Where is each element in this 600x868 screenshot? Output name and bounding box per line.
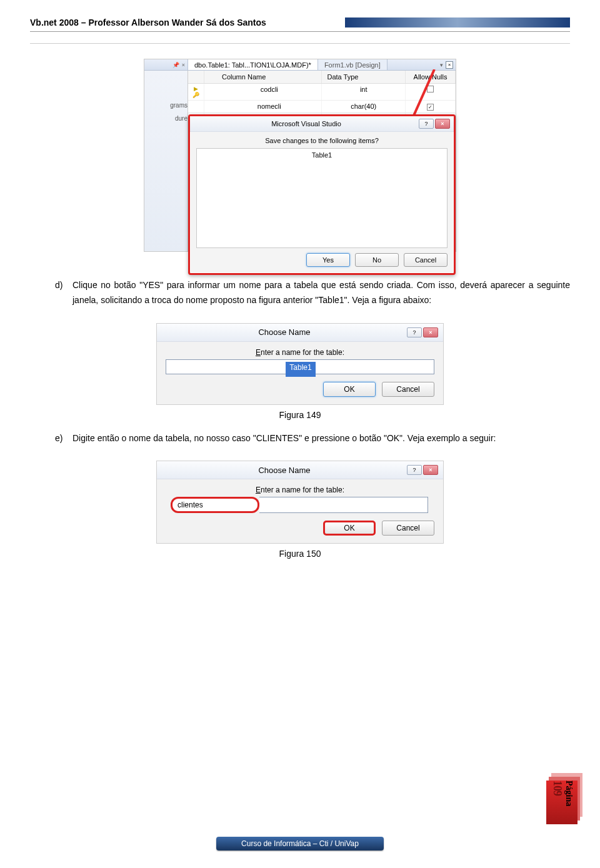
dialog-item-list[interactable]: Table1 (196, 148, 448, 248)
paragraph-d: Clique no botão "YES" para informar um n… (72, 278, 570, 308)
pin-icon[interactable]: 📌 (172, 62, 179, 68)
close-icon[interactable]: × (435, 119, 450, 129)
cancel-button[interactable]: Cancel (404, 253, 448, 267)
table-name-input-highlight[interactable] (171, 497, 259, 513)
header-stripe (345, 17, 570, 27)
footer-text: Curso de Informática – Cti / UniVap (216, 837, 384, 851)
dialog-title: Choose Name (162, 466, 407, 475)
left-item-2: dure (147, 115, 188, 122)
figure-caption-150: Figura 150 (30, 549, 570, 559)
page-label: Página (564, 781, 574, 806)
name-label: Enter a name for the table: (166, 348, 434, 357)
cancel-button[interactable]: Cancel (382, 382, 434, 397)
left-toolbox: grams dure (144, 71, 188, 251)
cell-name[interactable]: nomecli (204, 101, 322, 112)
vs-screenshot: 📌 × dbo.Table1: Tabl...TION1\LOJA.MDF)* … (144, 59, 456, 252)
dialog-title: Choose Name (162, 327, 407, 337)
close-icon[interactable]: × (423, 327, 438, 337)
help-icon[interactable]: ? (419, 119, 434, 129)
cancel-button[interactable]: Cancel (382, 521, 434, 536)
ok-button[interactable]: OK (323, 382, 376, 397)
table-name-input[interactable] (178, 499, 252, 511)
left-item-1: grams (147, 102, 188, 109)
header-rule (30, 31, 570, 32)
tab-table-designer[interactable]: dbo.Table1: Tabl...TION1\LOJA.MDF)* (188, 59, 318, 70)
choose-name-dialog-2: Choose Name ? × Enter a name for the tab… (156, 461, 444, 544)
list-marker-e: e) (55, 431, 72, 446)
help-icon[interactable]: ? (407, 465, 422, 475)
figure-caption-149: Figura 149 (30, 410, 570, 420)
list-item[interactable]: Table1 (201, 151, 443, 159)
col-header-name: Column Name (204, 71, 322, 83)
close-icon[interactable]: × (423, 465, 438, 475)
primary-key-icon: ▶🔑 (192, 86, 199, 98)
dialog-title: Microsoft Visual Studio (194, 120, 419, 127)
yes-button[interactable]: Yes (306, 253, 350, 267)
dialog-prompt: Save changes to the following items? (190, 132, 454, 147)
page-number-badge: Página 109 (546, 781, 578, 824)
choose-name-dialog-1: Choose Name ? × Enter a name for the tab… (156, 323, 444, 405)
ok-button[interactable]: OK (323, 521, 376, 536)
page-header: Vb.net 2008 – Professor Alberson Wander … (0, 0, 600, 44)
no-button[interactable]: No (355, 253, 399, 267)
name-label: Enter a name for the table: (166, 486, 434, 494)
list-marker-d: d) (55, 278, 72, 308)
save-changes-dialog: Microsoft Visual Studio ? × Save changes… (188, 114, 456, 275)
header-title: Vb.net 2008 – Professor Alberson Wander … (30, 17, 340, 27)
tab-form-design[interactable]: Form1.vb [Design] (318, 59, 388, 70)
tabs-dropdown-icon[interactable]: ▾ (440, 62, 443, 68)
help-icon[interactable]: ? (407, 327, 422, 337)
paragraph-e: Digite então o nome da tabela, no nosso … (72, 431, 570, 446)
page-number: 109 (551, 781, 564, 796)
cell-name[interactable]: codcli (204, 84, 322, 100)
tabs-close-icon[interactable]: × (446, 61, 453, 69)
table-name-input[interactable]: Table1 (166, 359, 434, 374)
panel-close-icon[interactable]: × (182, 62, 185, 68)
